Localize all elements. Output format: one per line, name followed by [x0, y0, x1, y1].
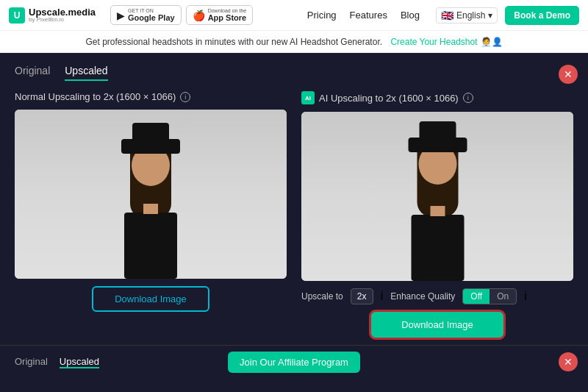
close-button-bottom[interactable]: ✕: [559, 352, 578, 371]
tabs: Original Upscaled: [15, 65, 573, 81]
person-left: [107, 124, 195, 279]
navbar: U Upscale.media by PixelBin.io ▶ GET IT …: [0, 0, 588, 31]
promo-link[interactable]: Create Your Headshot: [390, 37, 477, 47]
left-photo-bg: [15, 110, 287, 279]
right-panel-title: AI AI Upscaling to 2x (1600 × 1066) i: [301, 91, 573, 104]
google-play-badge[interactable]: ▶ GET IT ON Google Play: [110, 5, 182, 26]
promo-emoji: 🧑‍💼👤: [481, 37, 503, 47]
google-play-text: GET IT ON Google Play: [128, 8, 175, 23]
enhance-toggle: Off On: [462, 288, 517, 304]
ai-badge: AI: [301, 91, 315, 104]
affiliate-tab-upscaled[interactable]: Upscaled: [60, 356, 99, 368]
tab-upscaled[interactable]: Upscaled: [65, 65, 107, 81]
enhance-label: Enhance Quality: [390, 291, 455, 302]
main-content: ✕ Original Upscaled Normal Upscaling to …: [0, 53, 588, 345]
right-image: [301, 112, 573, 281]
neck-r: [430, 206, 445, 216]
toggle-off-button[interactable]: Off: [463, 289, 490, 304]
left-panel-title: Normal Upscaling to 2x (1600 × 1066) i: [15, 91, 287, 102]
left-download-area: Download Image: [15, 286, 287, 312]
right-download-area: Download Image: [301, 312, 573, 338]
nav-links: Pricing Features Blog: [307, 10, 420, 21]
google-play-icon: ▶: [117, 10, 125, 21]
app-store-text: Download on the App Store: [208, 8, 247, 23]
left-download-button[interactable]: Download Image: [92, 286, 209, 312]
hat: [121, 139, 180, 154]
right-photo-bg: [301, 112, 573, 281]
left-title-text: Normal Upscaling to 2x (1600 × 1066): [15, 91, 176, 102]
logo-icon: U: [9, 7, 25, 24]
nav-blog[interactable]: Blog: [401, 10, 420, 21]
nav-pricing[interactable]: Pricing: [307, 10, 337, 21]
comparison-grid: Normal Upscaling to 2x (1600 × 1066) i: [15, 91, 573, 338]
tab-original[interactable]: Original: [15, 65, 50, 81]
upscale-select[interactable]: 2x 4x: [351, 288, 373, 304]
body: [124, 213, 177, 279]
left-image: [15, 110, 287, 279]
flag-icon: 🇬🇧: [441, 10, 453, 21]
upscale-to-label: Upscale to: [301, 291, 343, 302]
right-info-icon[interactable]: i: [463, 93, 473, 103]
left-info-icon[interactable]: i: [180, 92, 190, 102]
apple-icon: 🍎: [193, 10, 205, 21]
promo-bar: Get professional headshots in minutes wi…: [0, 31, 588, 53]
toggle-on-button[interactable]: On: [490, 289, 516, 304]
nav-features[interactable]: Features: [350, 10, 387, 21]
logo-text: Upscale.media by PixelBin.io: [29, 7, 96, 23]
affiliate-tab-original[interactable]: Original: [15, 356, 48, 368]
affiliate-tabs: Original Upscaled: [15, 356, 99, 368]
right-title-text: AI Upscaling to 2x (1600 × 1066): [319, 93, 459, 104]
right-download-button[interactable]: Download Image: [371, 312, 503, 338]
hat-top-r: [419, 121, 456, 142]
hat-r: [408, 138, 467, 152]
enhance-info-icon[interactable]: i: [524, 290, 527, 303]
hat-top: [132, 123, 169, 143]
join-affiliate-button[interactable]: Join Our Affiliate Program: [228, 352, 360, 373]
logo[interactable]: U Upscale.media by PixelBin.io: [9, 7, 96, 24]
book-demo-button[interactable]: Book a Demo: [505, 6, 579, 25]
store-badges: ▶ GET IT ON Google Play 🍎 Download on th…: [110, 5, 253, 26]
promo-text: Get professional headshots in minutes wi…: [85, 37, 382, 47]
language-label: English: [456, 10, 485, 21]
neck: [143, 204, 158, 214]
left-panel: Normal Upscaling to 2x (1600 × 1066) i: [15, 91, 287, 312]
close-button-top[interactable]: ✕: [559, 65, 578, 84]
person-right: [392, 123, 484, 281]
right-panel: AI AI Upscaling to 2x (1600 × 1066) i: [301, 91, 573, 338]
app-store-badge[interactable]: 🍎 Download on the App Store: [186, 5, 254, 26]
upscale-info-icon[interactable]: i: [381, 290, 384, 303]
body-r: [411, 215, 464, 281]
affiliate-bar: ✕ Original Upscaled Join Our Affiliate P…: [0, 345, 588, 378]
language-selector[interactable]: 🇬🇧 English ▾: [436, 7, 498, 24]
chevron-down-icon: ▾: [488, 10, 492, 21]
ai-controls: Upscale to 2x 4x i Enhance Quality Off O…: [301, 288, 573, 304]
